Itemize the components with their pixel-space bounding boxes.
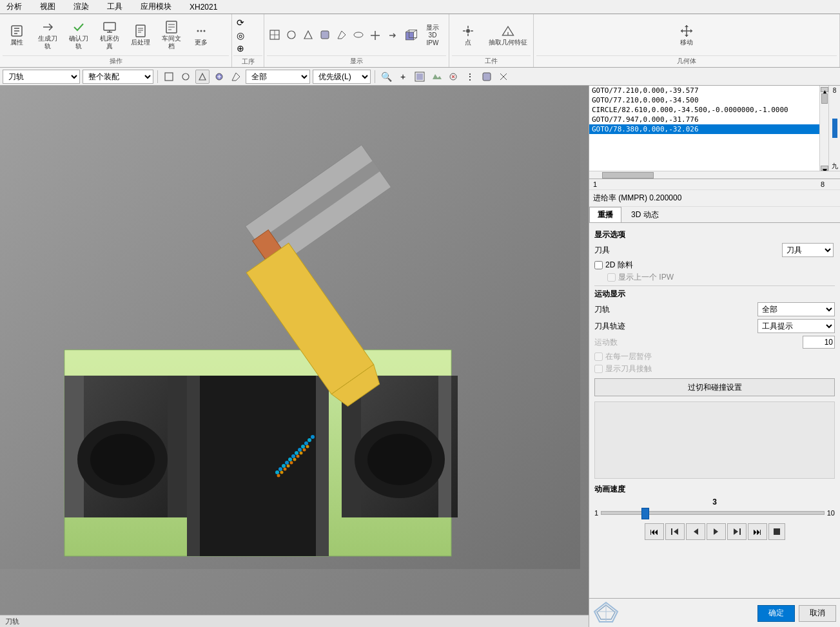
toolpath-option-select[interactable]: 全部 bbox=[757, 302, 835, 316]
move-label: 移动 bbox=[680, 39, 693, 46]
btn-first[interactable]: ⏮ bbox=[645, 523, 664, 540]
simulate-icon bbox=[102, 19, 117, 35]
cl-item-5[interactable]: GOTO/78.380,0.000,-32.026 bbox=[589, 124, 819, 134]
toolbar-btn-12[interactable] bbox=[480, 70, 494, 84]
toolbar-btn-2[interactable] bbox=[179, 70, 193, 84]
toolbar-btn-10[interactable] bbox=[446, 70, 460, 84]
toolbar-btn-8[interactable] bbox=[413, 70, 427, 84]
menu-render[interactable]: 渲染 bbox=[70, 0, 93, 14]
ribbon-btn-generate[interactable]: 生成刀轨 bbox=[34, 18, 62, 52]
toolbar-btn-9[interactable] bbox=[429, 70, 444, 84]
display-btn-6[interactable] bbox=[351, 28, 366, 41]
ribbon-btn-extract[interactable]: 抽取几何特征 bbox=[485, 22, 531, 48]
extract-icon bbox=[500, 23, 516, 39]
display-btn-8[interactable] bbox=[384, 29, 400, 42]
all-select[interactable]: 全部 bbox=[246, 70, 310, 84]
display-btn-5[interactable] bbox=[334, 28, 349, 41]
cl-vscroll[interactable]: ▲ ▼ bbox=[819, 86, 828, 171]
ribbon-btn-shopdoc[interactable]: 车间文档 bbox=[157, 18, 186, 52]
checkbox-2d[interactable] bbox=[594, 261, 603, 269]
checkbox-contact[interactable] bbox=[594, 365, 603, 373]
cl-vscroll-up[interactable]: ▲ bbox=[821, 87, 828, 92]
priority-select[interactable]: 优先级(L) bbox=[313, 70, 371, 84]
speed-max: 10 bbox=[827, 509, 835, 517]
toolbar-btn-11[interactable]: ⋮ bbox=[463, 70, 477, 84]
toolbar-btn-5[interactable] bbox=[229, 70, 243, 84]
overcut-btn[interactable]: 过切和碰撞设置 bbox=[594, 378, 835, 396]
ribbon-btn-3dipw[interactable]: 显示 3D IPW bbox=[401, 23, 446, 48]
checkbox-ipw[interactable] bbox=[607, 273, 616, 282]
menu-appmodule[interactable]: 应用模块 bbox=[137, 0, 175, 14]
menu-bar: 分析 视图 渲染 工具 应用模块 XH2021 bbox=[0, 0, 840, 14]
visualization-area bbox=[594, 401, 835, 479]
speed-slider[interactable] bbox=[601, 511, 825, 515]
ribbon-small-btn-1[interactable]: ⟳ bbox=[235, 17, 261, 28]
cl-hscroll[interactable] bbox=[589, 171, 840, 178]
btn-prev[interactable] bbox=[686, 523, 705, 540]
cl-item-4[interactable]: GOTO/77.947,0.000,-31.776 bbox=[589, 115, 819, 124]
confirm-button[interactable]: 确定 bbox=[757, 605, 795, 622]
cl-hscroll-thumb[interactable] bbox=[602, 172, 654, 178]
cl-vscroll-dn[interactable]: ▼ bbox=[821, 166, 828, 171]
tool-label: 刀具 bbox=[594, 245, 610, 256]
toolbar-btn-4[interactable] bbox=[212, 70, 226, 84]
svg-point-67 bbox=[282, 464, 286, 468]
ribbon-btn-more[interactable]: 更多 bbox=[188, 22, 214, 48]
toolbar-btn-7[interactable]: + bbox=[396, 70, 410, 84]
speed-min: 1 bbox=[594, 509, 598, 517]
btn-next-step[interactable] bbox=[727, 523, 747, 540]
verify-label: 确认刀轨 bbox=[67, 35, 90, 50]
svg-rect-49 bbox=[168, 376, 187, 517]
menu-tools[interactable]: 工具 bbox=[103, 0, 126, 14]
svg-rect-7 bbox=[136, 25, 145, 37]
playback-controls: ⏮ ⏭ bbox=[594, 519, 835, 544]
tool-select[interactable]: 刀具 bbox=[782, 243, 834, 257]
ribbon-btn-simulate[interactable]: 机床仿真 bbox=[95, 18, 124, 52]
btn-stop[interactable] bbox=[768, 523, 785, 540]
toolbar-btn-1[interactable] bbox=[162, 70, 176, 84]
btn-last[interactable]: ⏭ bbox=[748, 523, 767, 540]
tab-3d-dynamic[interactable]: 3D 动态 bbox=[623, 207, 667, 222]
svg-point-16 bbox=[200, 30, 202, 32]
ribbon-btn-postproc[interactable]: 后处理 bbox=[126, 22, 155, 48]
viewport[interactable]: XM YC XC ZM 刀轨 bbox=[0, 86, 589, 627]
cl-item-3[interactable]: CIRCLE/82.610,0.000,-34.500,-0.0000000,-… bbox=[589, 105, 819, 115]
svg-point-69 bbox=[288, 458, 292, 461]
cl-vscroll-thumb[interactable] bbox=[821, 93, 828, 104]
tooltrace-select[interactable]: 工具提示 bbox=[757, 319, 835, 333]
tool-row: 刀具 刀具 bbox=[594, 243, 835, 257]
assembly-select[interactable]: 整个装配 bbox=[83, 70, 153, 84]
menu-analysis[interactable]: 分析 bbox=[3, 0, 26, 14]
ribbon-small-btn-2[interactable]: ◎ bbox=[235, 30, 261, 41]
toolbar-btn-3[interactable] bbox=[195, 70, 210, 84]
display-btn-2[interactable] bbox=[284, 28, 299, 41]
cl-data-list[interactable]: GOTO/77.210,0.000,-39.577 GOTO/77.210,0.… bbox=[589, 86, 819, 171]
btn-prev-step[interactable] bbox=[665, 523, 685, 540]
display-btn-4[interactable] bbox=[317, 28, 333, 41]
ribbon-btn-property[interactable]: 属性 bbox=[3, 22, 31, 48]
ribbon-btn-point[interactable]: 点 bbox=[452, 22, 484, 48]
toolbar-btn-6[interactable]: 🔍 bbox=[379, 70, 393, 84]
btn-next[interactable] bbox=[707, 523, 726, 540]
display-btn-3[interactable] bbox=[300, 28, 316, 41]
cancel-button[interactable]: 取消 bbox=[799, 605, 836, 622]
svg-marker-99 bbox=[674, 528, 678, 535]
cl-item-2[interactable]: GOTO/77.210,0.000,-34.500 bbox=[589, 95, 819, 105]
toolpath-select[interactable]: 刀轨 bbox=[3, 70, 80, 84]
display-btn-1[interactable] bbox=[267, 28, 282, 41]
menu-xh2021[interactable]: XH2021 bbox=[186, 1, 221, 13]
cl-item-1[interactable]: GOTO/77.210,0.000,-39.577 bbox=[589, 86, 819, 95]
display-btn-7[interactable] bbox=[367, 29, 383, 42]
svg-point-65 bbox=[275, 470, 279, 474]
ribbon-btn-move[interactable]: 移动 bbox=[670, 22, 703, 48]
ribbon-btn-verify[interactable]: 确认刀轨 bbox=[64, 18, 93, 52]
svg-rect-26 bbox=[405, 32, 413, 40]
ribbon-small-btn-3[interactable]: ⊕ bbox=[235, 43, 261, 54]
checkbox-pause[interactable] bbox=[594, 352, 603, 361]
motioncount-input[interactable] bbox=[803, 336, 835, 349]
menu-view[interactable]: 视图 bbox=[36, 0, 59, 14]
tab-replay[interactable]: 重播 bbox=[589, 207, 621, 222]
svg-rect-37 bbox=[165, 73, 173, 81]
toolbar-btn-13[interactable] bbox=[496, 70, 511, 84]
svg-point-73 bbox=[301, 445, 305, 449]
